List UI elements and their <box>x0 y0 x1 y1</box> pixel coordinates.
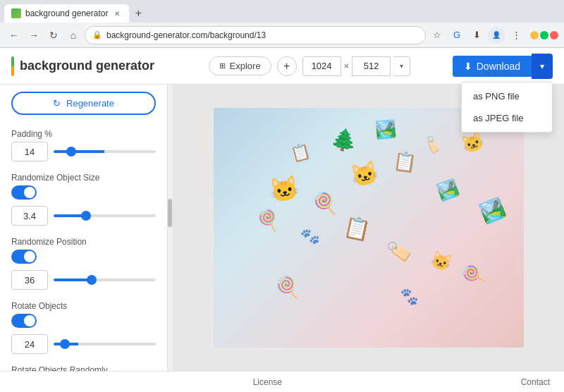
lock-icon: 🔒 <box>92 30 102 39</box>
rotate-label: Rotate Objects <box>11 301 156 311</box>
rotate-input[interactable] <box>11 334 48 354</box>
rotate-random-label: Rotate Objects Randomly <box>11 365 156 371</box>
download-icon: ⬇ <box>464 61 472 72</box>
dimension-dropdown-button[interactable]: ▾ <box>393 56 410 76</box>
nav-bar: ← → ↻ ⌂ 🔒 background-generator.com/backg… <box>0 23 564 48</box>
plus-icon: + <box>283 60 290 73</box>
license-link[interactable]: License <box>253 377 282 387</box>
download-dropdown-button[interactable]: ▾ <box>532 54 553 79</box>
randomize-pos-section: Randomize Position <box>11 234 156 290</box>
canvas-object-5: 🐱 <box>268 173 301 204</box>
randomize-size-toggle[interactable] <box>11 185 37 200</box>
active-tab[interactable]: background generator ✕ <box>4 4 129 23</box>
minimize-button[interactable] <box>530 31 539 39</box>
randomize-size-section: Randomize Object Size <box>11 170 156 226</box>
canvas-object-7: 🐱 <box>348 158 381 190</box>
randomize-size-row <box>11 206 156 226</box>
rotate-random-section: Rotate Objects Randomly <box>11 362 156 371</box>
reload-button[interactable]: ↻ <box>45 27 62 44</box>
randomize-size-slider[interactable] <box>54 214 156 217</box>
tab-bar: background generator ✕ + <box>0 0 564 23</box>
nav-actions: ☆ G ⬇ 👤 ⋮ <box>429 27 525 44</box>
padding-input[interactable] <box>11 142 48 161</box>
canvas-container: 📋 🌲 🏞️ 🏷️ 🐱 🍭 🐱 📋 🏞️ 🍭 🐾 📋 🏷️ 🐱 🍭 � <box>214 108 524 348</box>
logo-bar-icon <box>11 56 14 76</box>
extensions-icon[interactable]: ⋮ <box>508 27 525 44</box>
padding-row <box>11 142 156 161</box>
address-bar[interactable]: 🔒 background-generator.com/background/13 <box>85 26 426 44</box>
rotate-row <box>11 334 156 354</box>
forward-button[interactable]: → <box>25 27 42 44</box>
google-account-icon[interactable]: G <box>448 27 465 44</box>
download-status-icon[interactable]: ⬇ <box>468 27 485 44</box>
header-right: ⬇ Download ▾ as PNG file as JPEG file <box>453 54 553 79</box>
sidebar: ↻ Regenerate Padding % Randomize Object … <box>0 85 168 371</box>
download-dropdown-menu: as PNG file as JPEG file <box>461 82 553 133</box>
app: background generator ⊞ Explore + × ▾ ⬇ D… <box>0 48 564 392</box>
randomize-pos-toggle[interactable] <box>11 250 37 264</box>
back-button[interactable]: ← <box>6 27 23 44</box>
rotate-section: Rotate Objects <box>11 298 156 354</box>
padding-slider[interactable] <box>54 150 156 153</box>
header-center: ⊞ Explore + × ▾ <box>175 56 444 76</box>
canvas-object-2: 🌲 <box>329 125 360 154</box>
randomize-pos-label: Randomize Position <box>11 237 156 247</box>
rotate-slider[interactable] <box>54 343 156 345</box>
randomize-pos-input[interactable] <box>11 270 48 290</box>
tab-favicon <box>11 8 21 18</box>
regenerate-button[interactable]: ↻ Regenerate <box>11 92 156 115</box>
scrollbar[interactable] <box>168 85 173 371</box>
contact-link[interactable]: Contact <box>521 377 550 387</box>
scrollbar-thumb[interactable] <box>168 199 172 227</box>
add-button[interactable]: + <box>277 56 297 76</box>
close-button[interactable] <box>550 31 558 39</box>
logo-text: background generator <box>20 59 154 73</box>
download-jpeg-option[interactable]: as JPEG file <box>462 107 552 129</box>
browser-chrome: background generator ✕ + ← → ↻ ⌂ 🔒 backg… <box>0 0 564 48</box>
profile-icon[interactable]: 👤 <box>488 27 505 44</box>
canvas-object-11: 🐾 <box>300 227 321 247</box>
refresh-icon: ↻ <box>53 98 61 109</box>
tab-title: background generator <box>25 8 108 18</box>
dimension-group: × ▾ <box>302 56 411 76</box>
chevron-down-icon: ▾ <box>540 61 544 71</box>
randomize-pos-slider[interactable] <box>54 278 156 281</box>
padding-label: Padding % <box>11 129 156 139</box>
canvas-object-18: 🐾 <box>398 286 419 307</box>
height-input[interactable] <box>352 56 391 76</box>
canvas-wrapper: 📋 🌲 🏞️ 🏷️ 🐱 🍭 🐱 📋 🏞️ 🍭 🐾 📋 🏷️ 🐱 🍭 � <box>214 108 524 348</box>
app-header: background generator ⊞ Explore + × ▾ ⬇ D… <box>0 48 564 85</box>
width-input[interactable] <box>302 56 341 76</box>
download-png-option[interactable]: as PNG file <box>462 85 552 107</box>
padding-section: Padding % <box>11 126 156 161</box>
canvas-object-8: 📋 <box>392 149 417 174</box>
randomize-pos-row <box>11 270 156 290</box>
explore-button[interactable]: ⊞ Explore <box>209 56 271 75</box>
rotate-toggle[interactable] <box>11 314 37 328</box>
bookmark-icon[interactable]: ☆ <box>429 27 446 44</box>
download-label: Download <box>477 61 520 72</box>
explore-label: Explore <box>230 61 261 71</box>
canvas-object-16: 🍭 <box>274 274 301 300</box>
randomize-size-input[interactable] <box>11 206 48 226</box>
logo-area: background generator <box>11 56 166 76</box>
grid-icon: ⊞ <box>219 61 226 71</box>
window-controls <box>530 31 558 39</box>
tab-close-button[interactable]: ✕ <box>112 8 122 18</box>
new-tab-button[interactable]: + <box>129 4 147 23</box>
canvas-object-6: 🍭 <box>312 191 338 216</box>
dimension-separator: × <box>344 61 350 71</box>
download-button[interactable]: ⬇ Download <box>453 56 532 77</box>
randomize-size-label: Randomize Object Size <box>11 173 156 183</box>
canvas-object-12: 📋 <box>342 214 372 243</box>
regenerate-label: Regenerate <box>66 98 114 109</box>
canvas-object-3: 🏞️ <box>374 119 397 141</box>
footer: License Contact <box>0 371 564 392</box>
home-button[interactable]: ⌂ <box>65 27 82 44</box>
maximize-button[interactable] <box>540 31 548 39</box>
canvas-object-13: 🏷️ <box>386 238 414 265</box>
address-text: background-generator.com/background/13 <box>106 30 418 40</box>
